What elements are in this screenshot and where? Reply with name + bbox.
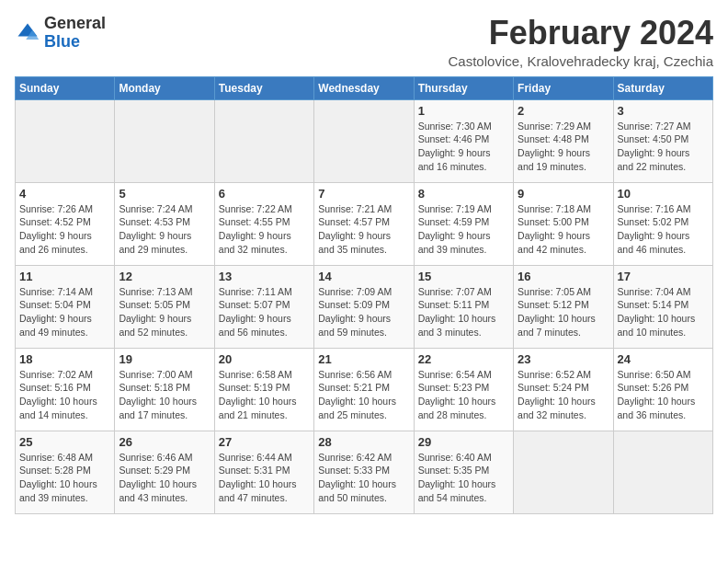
- day-number: 11: [19, 270, 110, 283]
- day-number: 20: [219, 352, 310, 366]
- location: Castolovice, Kralovehradecky kraj, Czech…: [449, 53, 713, 69]
- day-number: 28: [318, 435, 409, 449]
- weekday-header: Saturday: [613, 76, 712, 99]
- calendar-cell: [314, 99, 414, 182]
- calendar-week-row: 1Sunrise: 7:30 AM Sunset: 4:46 PM Daylig…: [16, 99, 713, 182]
- day-info: Sunrise: 7:27 AM Sunset: 4:50 PM Dayligh…: [618, 120, 709, 174]
- day-number: 6: [219, 187, 310, 201]
- day-info: Sunrise: 7:29 AM Sunset: 4:48 PM Dayligh…: [518, 120, 609, 174]
- calendar-cell: 18Sunrise: 7:02 AM Sunset: 5:16 PM Dayli…: [16, 348, 115, 431]
- day-info: Sunrise: 6:40 AM Sunset: 5:35 PM Dayligh…: [418, 451, 509, 505]
- day-number: 9: [518, 187, 609, 201]
- calendar-cell: 2Sunrise: 7:29 AM Sunset: 4:48 PM Daylig…: [514, 99, 613, 182]
- weekday-header: Friday: [514, 76, 613, 99]
- day-info: Sunrise: 7:24 AM Sunset: 4:53 PM Dayligh…: [119, 202, 210, 257]
- calendar-cell: 21Sunrise: 6:56 AM Sunset: 5:21 PM Dayli…: [314, 348, 414, 431]
- day-number: 8: [418, 187, 509, 201]
- day-info: Sunrise: 6:58 AM Sunset: 5:19 PM Dayligh…: [219, 368, 310, 422]
- calendar-cell: 13Sunrise: 7:11 AM Sunset: 5:07 PM Dayli…: [214, 265, 313, 348]
- day-number: 3: [618, 104, 709, 118]
- calendar-cell: [115, 99, 214, 182]
- day-info: Sunrise: 7:02 AM Sunset: 5:16 PM Dayligh…: [19, 368, 110, 422]
- day-info: Sunrise: 7:09 AM Sunset: 5:09 PM Dayligh…: [318, 285, 409, 339]
- calendar-cell: 12Sunrise: 7:13 AM Sunset: 5:05 PM Dayli…: [115, 265, 214, 348]
- logo: General Blue: [15, 15, 106, 52]
- day-info: Sunrise: 7:21 AM Sunset: 4:57 PM Dayligh…: [318, 202, 409, 257]
- day-info: Sunrise: 7:14 AM Sunset: 5:04 PM Dayligh…: [19, 285, 110, 339]
- day-number: 4: [19, 187, 110, 201]
- title-block: February 2024 Castolovice, Kralovehradec…: [449, 15, 713, 69]
- day-number: 15: [418, 270, 509, 283]
- day-number: 23: [518, 352, 609, 366]
- calendar-cell: 23Sunrise: 6:52 AM Sunset: 5:24 PM Dayli…: [514, 348, 613, 431]
- calendar-cell: 5Sunrise: 7:24 AM Sunset: 4:53 PM Daylig…: [115, 182, 214, 265]
- day-number: 2: [518, 104, 609, 118]
- day-info: Sunrise: 7:07 AM Sunset: 5:11 PM Dayligh…: [418, 285, 509, 339]
- day-info: Sunrise: 6:52 AM Sunset: 5:24 PM Dayligh…: [518, 368, 609, 422]
- calendar-header-row: SundayMondayTuesdayWednesdayThursdayFrid…: [16, 76, 713, 99]
- day-number: 7: [318, 187, 409, 201]
- day-number: 21: [318, 352, 409, 366]
- calendar-cell: 29Sunrise: 6:40 AM Sunset: 5:35 PM Dayli…: [414, 431, 513, 513]
- calendar-cell: 4Sunrise: 7:26 AM Sunset: 4:52 PM Daylig…: [16, 182, 115, 265]
- day-number: 1: [418, 104, 509, 118]
- calendar-cell: 16Sunrise: 7:05 AM Sunset: 5:12 PM Dayli…: [514, 265, 613, 348]
- day-number: 17: [618, 270, 709, 283]
- day-number: 16: [518, 270, 609, 283]
- day-info: Sunrise: 7:26 AM Sunset: 4:52 PM Dayligh…: [19, 202, 110, 257]
- calendar-cell: 17Sunrise: 7:04 AM Sunset: 5:14 PM Dayli…: [613, 265, 712, 348]
- day-number: 26: [119, 435, 210, 449]
- day-info: Sunrise: 7:18 AM Sunset: 5:00 PM Dayligh…: [518, 202, 609, 257]
- logo-text: General Blue: [44, 15, 106, 52]
- page-header: General Blue February 2024 Castolovice, …: [15, 15, 713, 69]
- day-number: 22: [418, 352, 509, 366]
- day-info: Sunrise: 6:54 AM Sunset: 5:23 PM Dayligh…: [418, 368, 509, 422]
- weekday-header: Sunday: [16, 76, 115, 99]
- day-number: 10: [618, 187, 709, 201]
- day-info: Sunrise: 7:22 AM Sunset: 4:55 PM Dayligh…: [219, 202, 310, 257]
- day-number: 13: [219, 270, 310, 283]
- day-number: 5: [119, 187, 210, 201]
- calendar-cell: 24Sunrise: 6:50 AM Sunset: 5:26 PM Dayli…: [613, 348, 712, 431]
- calendar-cell: 1Sunrise: 7:30 AM Sunset: 4:46 PM Daylig…: [414, 99, 513, 182]
- calendar-week-row: 18Sunrise: 7:02 AM Sunset: 5:16 PM Dayli…: [16, 348, 713, 431]
- day-info: Sunrise: 6:56 AM Sunset: 5:21 PM Dayligh…: [318, 368, 409, 422]
- weekday-header: Thursday: [414, 76, 513, 99]
- day-info: Sunrise: 7:30 AM Sunset: 4:46 PM Dayligh…: [418, 120, 509, 174]
- calendar-cell: 27Sunrise: 6:44 AM Sunset: 5:31 PM Dayli…: [214, 431, 313, 513]
- calendar-cell: 25Sunrise: 6:48 AM Sunset: 5:28 PM Dayli…: [16, 431, 115, 513]
- calendar-cell: [214, 99, 313, 182]
- calendar-cell: [514, 431, 613, 513]
- day-info: Sunrise: 7:19 AM Sunset: 4:59 PM Dayligh…: [418, 202, 509, 257]
- calendar-week-row: 4Sunrise: 7:26 AM Sunset: 4:52 PM Daylig…: [16, 182, 713, 265]
- calendar-cell: 6Sunrise: 7:22 AM Sunset: 4:55 PM Daylig…: [214, 182, 313, 265]
- calendar-cell: 20Sunrise: 6:58 AM Sunset: 5:19 PM Dayli…: [214, 348, 313, 431]
- calendar-week-row: 11Sunrise: 7:14 AM Sunset: 5:04 PM Dayli…: [16, 265, 713, 348]
- day-info: Sunrise: 7:11 AM Sunset: 5:07 PM Dayligh…: [219, 285, 310, 339]
- logo-icon: [15, 20, 40, 46]
- day-number: 27: [219, 435, 310, 449]
- day-info: Sunrise: 6:42 AM Sunset: 5:33 PM Dayligh…: [318, 451, 409, 505]
- calendar-cell: [16, 99, 115, 182]
- calendar-cell: [613, 431, 712, 513]
- calendar-cell: 10Sunrise: 7:16 AM Sunset: 5:02 PM Dayli…: [613, 182, 712, 265]
- day-info: Sunrise: 6:50 AM Sunset: 5:26 PM Dayligh…: [618, 368, 709, 422]
- day-number: 24: [618, 352, 709, 366]
- calendar-table: SundayMondayTuesdayWednesdayThursdayFrid…: [15, 76, 713, 514]
- month-title: February 2024: [449, 15, 713, 52]
- calendar-cell: 9Sunrise: 7:18 AM Sunset: 5:00 PM Daylig…: [514, 182, 613, 265]
- day-number: 14: [318, 270, 409, 283]
- calendar-cell: 26Sunrise: 6:46 AM Sunset: 5:29 PM Dayli…: [115, 431, 214, 513]
- calendar-cell: 28Sunrise: 6:42 AM Sunset: 5:33 PM Dayli…: [314, 431, 414, 513]
- weekday-header: Wednesday: [314, 76, 414, 99]
- calendar-cell: 3Sunrise: 7:27 AM Sunset: 4:50 PM Daylig…: [613, 99, 712, 182]
- day-info: Sunrise: 7:05 AM Sunset: 5:12 PM Dayligh…: [518, 285, 609, 339]
- day-number: 18: [19, 352, 110, 366]
- day-info: Sunrise: 7:13 AM Sunset: 5:05 PM Dayligh…: [119, 285, 210, 339]
- logo-blue: Blue: [44, 32, 80, 51]
- calendar-week-row: 25Sunrise: 6:48 AM Sunset: 5:28 PM Dayli…: [16, 431, 713, 513]
- day-info: Sunrise: 6:44 AM Sunset: 5:31 PM Dayligh…: [219, 451, 310, 505]
- day-info: Sunrise: 7:16 AM Sunset: 5:02 PM Dayligh…: [618, 202, 709, 257]
- logo-general: General: [44, 14, 106, 32]
- calendar-cell: 8Sunrise: 7:19 AM Sunset: 4:59 PM Daylig…: [414, 182, 513, 265]
